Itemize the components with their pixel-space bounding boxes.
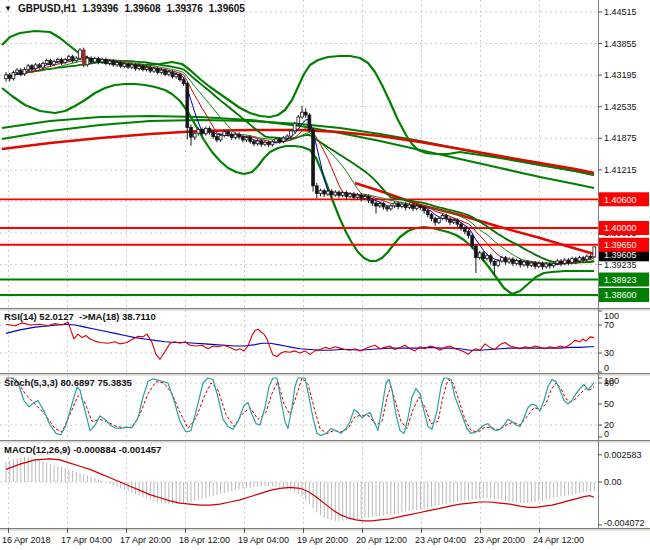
svg-text:20 Apr 12:00: 20 Apr 12:00 xyxy=(356,535,407,545)
svg-text:1.40600: 1.40600 xyxy=(604,195,637,205)
ohlc-low: 1.39376 xyxy=(167,3,203,14)
svg-text:17 Apr 04:00: 17 Apr 04:00 xyxy=(61,535,112,545)
symbol-menu-arrow-icon[interactable]: ▼ xyxy=(4,4,12,13)
svg-text:0.00: 0.00 xyxy=(604,477,622,487)
svg-text:1.38923: 1.38923 xyxy=(604,275,637,285)
svg-text:0: 0 xyxy=(604,363,609,373)
rsi-panel-label: RSI(14) 52.0127 ->MA(18) 38.7110 xyxy=(4,311,156,322)
macd-panel-label: MACD(12,26,9) -0.000884 -0.001457 xyxy=(4,444,161,455)
svg-text:17 Apr 20:00: 17 Apr 20:00 xyxy=(120,535,171,545)
ohlc-open: 1.39396 xyxy=(82,3,118,14)
svg-text:16 Apr 2018: 16 Apr 2018 xyxy=(2,535,51,545)
svg-text:80: 80 xyxy=(604,378,614,388)
symbol-period-label: GBPUSD,H1 xyxy=(18,3,76,14)
svg-text:1.43855: 1.43855 xyxy=(604,39,637,49)
svg-text:23 Apr 20:00: 23 Apr 20:00 xyxy=(474,535,525,545)
ohlc-high: 1.39608 xyxy=(124,3,160,14)
svg-text:19 Apr 20:00: 19 Apr 20:00 xyxy=(297,535,348,545)
svg-text:1.40000: 1.40000 xyxy=(604,223,637,233)
svg-text:18 Apr 12:00: 18 Apr 12:00 xyxy=(179,535,230,545)
svg-text:70: 70 xyxy=(604,320,614,330)
svg-text:1.44515: 1.44515 xyxy=(604,7,637,17)
svg-text:24 Apr 12:00: 24 Apr 12:00 xyxy=(533,535,584,545)
svg-text:1.42535: 1.42535 xyxy=(604,102,637,112)
svg-text:50: 50 xyxy=(604,399,614,409)
chart-canvas[interactable]: 1.445151.438551.431951.425351.418751.412… xyxy=(0,0,650,550)
stoch-panel-label: Stoch(5,3,3) 80.6897 75.3835 xyxy=(4,377,132,388)
svg-text:0: 0 xyxy=(604,429,609,439)
svg-text:-0.004072: -0.004072 xyxy=(604,518,645,528)
svg-text:1.41215: 1.41215 xyxy=(604,165,637,175)
svg-text:19 Apr 04:00: 19 Apr 04:00 xyxy=(238,535,289,545)
svg-text:1.43195: 1.43195 xyxy=(604,70,637,80)
chart-header: ▼ GBPUSD,H1 1.39396 1.39608 1.39376 1.39… xyxy=(4,3,245,14)
svg-text:30: 30 xyxy=(604,348,614,358)
svg-text:1.39650: 1.39650 xyxy=(604,240,637,250)
svg-text:0.002583: 0.002583 xyxy=(604,450,642,460)
chart-window: ▼ GBPUSD,H1 1.39396 1.39608 1.39376 1.39… xyxy=(0,0,650,550)
svg-text:23 Apr 04:00: 23 Apr 04:00 xyxy=(415,535,466,545)
svg-text:1.38600: 1.38600 xyxy=(604,290,637,300)
svg-text:1.41875: 1.41875 xyxy=(604,133,637,143)
ohlc-close: 1.39605 xyxy=(209,3,245,14)
